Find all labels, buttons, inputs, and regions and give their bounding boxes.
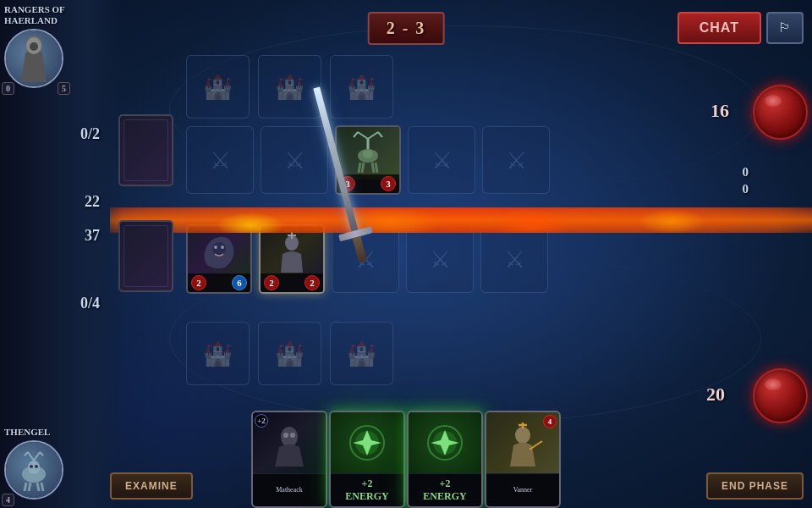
- svg-point-33: [283, 433, 288, 438]
- sword-icon-2: ⚔: [284, 146, 305, 174]
- hand-card-2-art: [331, 412, 403, 473]
- top-counter2: 0: [743, 182, 749, 196]
- warrior-card-art: [261, 226, 323, 277]
- wolf-card[interactable]: 2 6: [186, 224, 252, 294]
- svg-point-39: [515, 427, 530, 444]
- score-display: 2 - 3: [368, 12, 445, 45]
- sword-icon-1: ⚔: [210, 146, 231, 174]
- castle-slot-1: 🏰: [186, 55, 250, 119]
- top-player-area: Rangers of Haerland 0 5: [4, 4, 68, 92]
- hand-card-1[interactable]: +2 Matheack: [251, 411, 327, 508]
- ranged-slot-3: ⚔: [408, 126, 475, 194]
- flag-icon: 🏳: [778, 20, 792, 35]
- energy-card-figure: [344, 420, 391, 467]
- hand-card-1-footer: Matheack: [253, 474, 326, 506]
- bottom-castle-icon-3: 🏰: [347, 340, 376, 367]
- svg-point-9: [363, 150, 373, 158]
- top-player-badge2: 5: [58, 82, 70, 95]
- svg-line-12: [372, 163, 374, 173]
- svg-point-16: [221, 246, 224, 249]
- svg-line-28: [37, 483, 39, 491]
- top-row1-stat: 0/2: [80, 125, 100, 143]
- hand-card-4-badge: 4: [543, 415, 557, 428]
- hand-card-3[interactable]: +2 ENERGY: [407, 411, 483, 508]
- bottom-castle-slot-1: 🏰: [186, 322, 250, 385]
- svg-line-4: [358, 132, 368, 139]
- svg-line-13: [376, 163, 377, 173]
- hand-card-4-footer: Vanner: [486, 474, 559, 506]
- bottom-hp-area: 20: [753, 368, 808, 423]
- bottom-player-avatar: [4, 440, 63, 500]
- warrior-card-figure: [500, 420, 546, 467]
- bottom-front-row: 2 6 2 2 ⚔ ⚔ ⚔: [186, 224, 749, 294]
- top-discard-card: [118, 220, 173, 292]
- warrior-card[interactable]: 2 2: [259, 224, 325, 294]
- fire-line: [110, 207, 812, 233]
- sword-icon-3: ⚔: [431, 146, 453, 174]
- bottom-row-stat: 0/4: [80, 295, 100, 312]
- warrior-def: 2: [304, 275, 320, 290]
- wolf-atk: 2: [191, 275, 206, 290]
- front-slot-2: ⚔: [406, 225, 474, 293]
- hand-card-4-text: Vanner: [513, 486, 533, 494]
- castle-icon-3: 🏰: [347, 73, 376, 101]
- game-board: Rangers of Haerland 0 5 0/2 22 37: [0, 0, 812, 508]
- svg-point-2: [30, 42, 38, 51]
- svg-line-6: [368, 132, 378, 139]
- top-hp-label: 16: [710, 100, 729, 122]
- wolf-card-art: [188, 226, 250, 277]
- settings-button[interactable]: 🏳: [766, 12, 804, 44]
- end-phase-button[interactable]: End Phase: [706, 472, 804, 500]
- hand-card-2-footer: +2 ENERGY: [331, 474, 403, 506]
- bottom-castle-slot-3: 🏰: [330, 322, 393, 385]
- svg-point-14: [212, 242, 226, 256]
- hand-card-2[interactable]: +2 ENERGY: [329, 411, 405, 508]
- top-hp-orb: [753, 85, 808, 140]
- hand-card-3-footer: +2 ENERGY: [409, 474, 481, 506]
- bottom-player-badge: 4: [2, 494, 14, 506]
- fire-effect: [110, 207, 812, 233]
- top-creature-def: 3: [381, 176, 396, 191]
- bottom-castle-icon-1: 🏰: [203, 340, 233, 367]
- hand-card-1-text: Matheack: [276, 486, 303, 494]
- svg-line-22: [28, 452, 34, 461]
- svg-point-21: [28, 461, 40, 474]
- bottom-player-area: Thengel: [4, 427, 68, 504]
- top-avatar-bg: [6, 30, 62, 86]
- hooded-figure-icon: [17, 36, 51, 82]
- top-castle-row: 🏰 🏰 🏰: [186, 55, 749, 119]
- top-row3-stat: 37: [85, 227, 100, 245]
- warrior-card-stats: 2 2: [261, 273, 323, 292]
- hand-card-1-cost: +2: [255, 414, 268, 428]
- ranged-slot-1: ⚔: [186, 126, 254, 194]
- svg-point-15: [214, 246, 217, 249]
- warrior-atk: 2: [264, 275, 279, 290]
- top-player-avatar: [4, 29, 63, 88]
- bottom-castle-row: 🏰 🏰 🏰: [186, 322, 749, 385]
- hand-card-4[interactable]: 4 Vanner: [485, 411, 561, 508]
- bottom-castle-icon-2: 🏰: [275, 340, 304, 367]
- hand-card-3-art: [409, 412, 481, 473]
- bottom-hp-orb: [753, 368, 808, 423]
- hand-card-1-art: +2: [253, 412, 326, 473]
- svg-line-29: [41, 483, 43, 491]
- top-discard: [118, 220, 173, 292]
- top-player-name: Rangers of Haerland: [4, 4, 68, 26]
- bottom-avatar-bg: [6, 442, 62, 498]
- svg-point-30: [30, 465, 33, 468]
- wolf-def: 6: [232, 275, 247, 290]
- bottom-player-name: Thengel: [4, 427, 68, 438]
- hand-card-3-energy: +2 ENERGY: [423, 478, 466, 503]
- chat-button[interactable]: Chat: [678, 12, 761, 44]
- top-row2-stat: 22: [85, 193, 100, 211]
- sword-icon-4: ⚔: [506, 146, 527, 174]
- svg-line-24: [34, 452, 40, 461]
- top-player-badge1: 0: [2, 82, 14, 95]
- examine-button[interactable]: Examine: [110, 472, 193, 500]
- front-slot-3: ⚔: [480, 225, 548, 293]
- wolf-card-stats: 2 6: [188, 273, 250, 292]
- sword-icon-6: ⚔: [430, 246, 451, 273]
- svg-point-34: [290, 433, 295, 438]
- wolf-icon: [198, 230, 240, 273]
- ranged-slot-4: ⚔: [482, 126, 550, 194]
